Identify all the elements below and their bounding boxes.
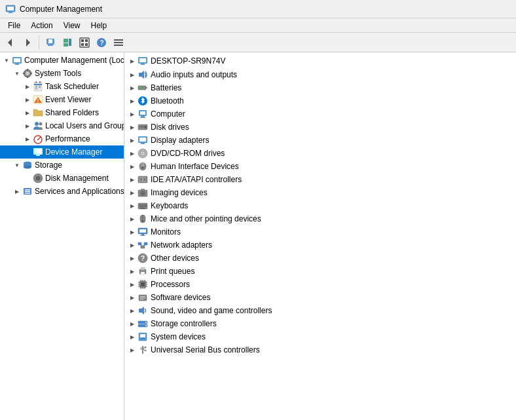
local-users-icon	[33, 121, 43, 131]
tree-item-local-users[interactable]: Local Users and Groups	[0, 119, 124, 132]
device-computer-icon	[138, 109, 148, 119]
device-network[interactable]: Network adapters	[124, 239, 516, 252]
svg-line-116	[140, 245, 143, 246]
device-display-adapters[interactable]: Display adapters	[124, 134, 516, 147]
tree-item-services[interactable]: Services and Applications	[0, 185, 124, 198]
device-dvd[interactable]: DVD/CD-ROM drives	[124, 147, 516, 160]
svg-rect-26	[27, 69, 28, 71]
performance-label: Performance	[45, 134, 90, 143]
device-network-icon	[138, 240, 148, 250]
tree-item-shared-folders[interactable]: Shared Folders	[0, 106, 124, 119]
device-software-label: Software devices	[151, 293, 210, 302]
device-other-icon: ?	[138, 253, 148, 263]
device-dvd-arrow	[127, 148, 138, 159]
svg-point-108	[142, 220, 144, 222]
device-storage-controllers-icon	[138, 318, 148, 329]
svg-text:?: ?	[141, 255, 145, 262]
device-disk-drives-arrow	[127, 122, 138, 132]
device-computer-label: Computer	[151, 109, 185, 119]
tree-item-disk-management[interactable]: Disk Management	[0, 172, 124, 185]
svg-rect-104	[145, 206, 147, 208]
performance-icon	[33, 134, 43, 144]
svg-rect-76	[139, 126, 143, 127]
svg-rect-20	[114, 45, 123, 46]
toolbar-back[interactable]	[3, 35, 18, 50]
device-processors[interactable]: Processors	[124, 278, 516, 291]
menu-help[interactable]: Help	[86, 20, 113, 31]
device-imaging-arrow	[127, 187, 138, 198]
device-storage-controllers[interactable]: Storage controllers	[124, 317, 516, 330]
device-other[interactable]: ? Other devices	[124, 252, 516, 265]
toolbar: ?	[0, 33, 516, 52]
svg-point-145	[145, 322, 147, 323]
svg-marker-3	[8, 39, 12, 47]
device-batteries[interactable]: Batteries	[124, 81, 516, 94]
device-manager-label: Device Manager	[45, 147, 102, 157]
svg-rect-19	[114, 42, 123, 43]
svg-point-53	[24, 166, 31, 169]
svg-marker-142	[139, 307, 144, 315]
toolbar-btn3[interactable]	[77, 35, 92, 50]
tree-item-event-viewer[interactable]: Event Viewer	[0, 93, 124, 106]
svg-rect-67	[139, 87, 143, 88]
svg-rect-29	[30, 73, 32, 74]
toolbar-forward[interactable]	[20, 35, 35, 50]
device-storage-controllers-label: Storage controllers	[151, 319, 217, 328]
tree-item-storage[interactable]: Storage	[0, 159, 124, 172]
device-monitors[interactable]: Monitors	[124, 225, 516, 239]
expand-task-scheduler	[22, 81, 33, 92]
device-mice[interactable]: Mice and other pointing devices	[124, 212, 516, 225]
task-scheduler-label: Task Scheduler	[45, 82, 99, 91]
right-pane-header: DESKTOP-SR9N74V	[124, 54, 516, 68]
tree-item-system-tools[interactable]: System Tools	[0, 67, 124, 80]
device-disk-drives[interactable]: Disk drives	[124, 121, 516, 134]
tree-item-device-manager[interactable]: Device Manager	[0, 145, 124, 159]
device-ide-icon	[138, 174, 148, 185]
system-tools-label: System Tools	[35, 69, 81, 78]
toolbar-up[interactable]	[43, 35, 58, 50]
device-batteries-label: Batteries	[151, 83, 181, 92]
svg-rect-103	[145, 204, 147, 206]
device-sound[interactable]: Sound, video and game controllers	[124, 304, 516, 317]
svg-rect-122	[141, 272, 145, 275]
tree-item-root[interactable]: Computer Management (Local	[0, 54, 124, 67]
toolbar-sep-1	[39, 36, 39, 49]
svg-rect-15	[85, 43, 88, 46]
device-hid-label: Human Interface Devices	[151, 162, 239, 171]
device-hid[interactable]: Human Interface Devices	[124, 160, 516, 173]
disk-management-icon	[33, 173, 43, 183]
right-root-arrow	[127, 56, 138, 66]
device-ide[interactable]: IDE ATA/ATAPI controllers	[124, 173, 516, 186]
menu-view[interactable]: View	[58, 20, 86, 31]
svg-rect-37	[39, 87, 41, 88]
svg-rect-63	[141, 64, 145, 65]
menu-action[interactable]: Action	[26, 20, 58, 31]
tree-item-performance[interactable]: Performance	[0, 132, 124, 145]
device-bluetooth[interactable]: Bluetooth	[124, 94, 516, 107]
device-print[interactable]: Print queues	[124, 265, 516, 278]
svg-rect-28	[23, 73, 25, 74]
device-keyboards[interactable]: Keyboards	[124, 199, 516, 212]
device-audio[interactable]: Audio inputs and outputs	[124, 68, 516, 81]
toolbar-help[interactable]: ?	[94, 35, 109, 50]
toolbar-btn4[interactable]	[111, 35, 126, 50]
svg-point-95	[142, 193, 144, 195]
svg-marker-4	[26, 39, 30, 47]
device-software[interactable]: Software devices	[124, 291, 516, 304]
tree-item-task-scheduler[interactable]: Task Scheduler	[0, 80, 124, 93]
svg-point-87	[142, 167, 144, 169]
device-imaging[interactable]: Imaging devices	[124, 186, 516, 199]
toolbar-btn2[interactable]	[60, 35, 75, 50]
device-processors-arrow	[127, 279, 138, 290]
device-dvd-icon	[138, 148, 148, 159]
device-computer[interactable]: Computer	[124, 107, 516, 121]
device-usb[interactable]: Universal Serial Bus controllers	[124, 343, 516, 356]
device-system-devices[interactable]: System devices	[124, 330, 516, 343]
svg-rect-125	[141, 282, 145, 286]
expand-root	[1, 55, 12, 66]
device-display-adapters-icon	[138, 135, 148, 145]
device-computer-arrow	[127, 109, 138, 119]
device-usb-icon	[138, 345, 148, 355]
menu-file[interactable]: File	[3, 20, 26, 31]
svg-rect-38	[35, 88, 37, 89]
